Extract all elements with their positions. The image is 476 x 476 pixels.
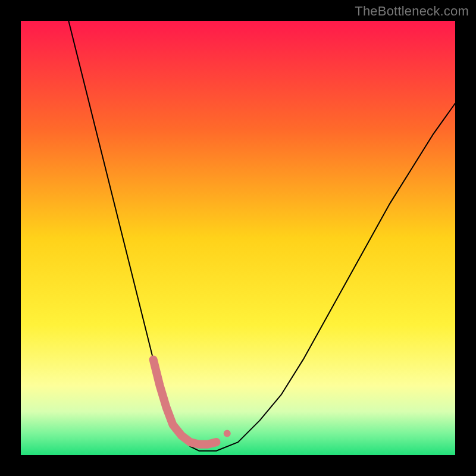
gradient-background (21, 21, 455, 455)
secondary-marker-dot (224, 430, 231, 437)
plot-area (21, 21, 455, 455)
watermark-text: TheBottleneck.com (355, 4, 469, 19)
bottleneck-chart (21, 21, 455, 455)
chart-frame: TheBottleneck.com (0, 0, 476, 476)
